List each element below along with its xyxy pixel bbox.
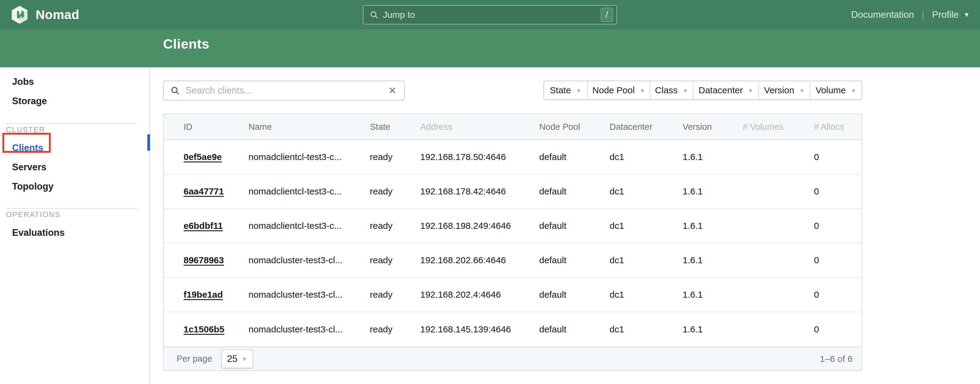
client-datacenter: dc1 <box>609 324 682 335</box>
client-id-link[interactable]: 1c1506b5 <box>164 324 248 335</box>
documentation-link[interactable]: Documentation <box>851 10 914 20</box>
filter-group: State ▼ Node Pool ▼ Class ▼ Datacenter ▼… <box>543 81 862 100</box>
client-node-pool: default <box>539 152 609 162</box>
client-name: nomadclientcl-test3-c... <box>248 186 370 196</box>
client-state: ready <box>370 255 420 265</box>
filter-state[interactable]: State ▼ <box>544 81 587 99</box>
client-state: ready <box>370 221 420 231</box>
chevron-down-icon: ▼ <box>576 88 581 94</box>
client-allocs: 0 <box>814 290 862 300</box>
client-version: 1.6.1 <box>682 255 743 265</box>
sidebar-item-servers[interactable]: Servers <box>0 158 150 177</box>
chevron-down-icon: ▼ <box>640 88 645 94</box>
client-datacenter: dc1 <box>609 255 682 265</box>
nav-separator: | <box>922 10 924 20</box>
table-row[interactable]: f19be1ad nomadcluster-test3-cl... ready … <box>164 278 862 312</box>
client-address: 192.168.178.42:4646 <box>420 186 539 196</box>
client-state: ready <box>370 290 420 300</box>
client-name: nomadcluster-test3-cl... <box>248 290 370 300</box>
column-header-state[interactable]: State <box>370 122 420 132</box>
table-row[interactable]: 1c1506b5 nomadcluster-test3-cl... ready … <box>164 312 862 347</box>
client-datacenter: dc1 <box>609 290 682 300</box>
sidebar-item-topology[interactable]: Topology <box>0 177 150 196</box>
table-row[interactable]: 6aa47771 nomadclientcl-test3-c... ready … <box>164 174 862 209</box>
profile-menu[interactable]: Profile ▼ <box>932 10 970 20</box>
client-id-link[interactable]: 0ef5ae9e <box>164 152 248 162</box>
column-header-address: Address <box>420 122 539 132</box>
top-nav-links: Documentation | Profile ▼ <box>851 10 970 20</box>
column-header-datacenter[interactable]: Datacenter <box>609 122 682 132</box>
client-id-link[interactable]: 6aa47771 <box>164 186 248 196</box>
sidebar-heading-operations: OPERATIONS <box>0 209 150 221</box>
per-page-select[interactable]: 25 ▼ <box>221 350 253 368</box>
nomad-logo-icon <box>10 5 29 24</box>
filter-node-pool[interactable]: Node Pool ▼ <box>587 81 650 99</box>
table-row[interactable]: 89678963 nomadcluster-test3-cl... ready … <box>164 243 862 278</box>
client-id-link[interactable]: f19be1ad <box>164 290 248 300</box>
client-state: ready <box>370 186 420 196</box>
sidebar-item-clients[interactable]: Clients <box>0 138 150 158</box>
client-address: 192.168.202.66:4646 <box>420 255 539 265</box>
clients-search[interactable]: Search clients... ✕ <box>163 81 405 100</box>
client-allocs: 0 <box>814 221 862 231</box>
column-header-node-pool[interactable]: Node Pool <box>539 122 609 132</box>
brand-name: Nomad <box>36 8 80 22</box>
client-version: 1.6.1 <box>682 152 743 162</box>
client-node-pool: default <box>539 290 609 300</box>
client-version: 1.6.1 <box>682 221 743 231</box>
filter-datacenter[interactable]: Datacenter ▼ <box>693 81 759 99</box>
sidebar: Jobs Storage CLUSTER Clients Servers Top… <box>0 67 150 384</box>
chevron-down-icon: ▼ <box>748 88 753 94</box>
sidebar-item-storage[interactable]: Storage <box>0 91 150 111</box>
client-version: 1.6.1 <box>682 290 743 300</box>
table-header-row: ID Name State Address Node Pool Datacent… <box>164 114 862 140</box>
client-id-link[interactable]: 89678963 <box>164 255 248 265</box>
filter-volume[interactable]: Volume ▼ <box>810 81 862 99</box>
sidebar-item-jobs[interactable]: Jobs <box>0 72 150 91</box>
table-body: 0ef5ae9e nomadclientcl-test3-c... ready … <box>164 140 862 347</box>
client-state: ready <box>370 324 420 335</box>
nomad-brand[interactable]: Nomad <box>10 5 80 24</box>
column-header-id[interactable]: ID <box>164 122 248 132</box>
client-datacenter: dc1 <box>609 186 682 196</box>
client-allocs: 0 <box>814 324 862 335</box>
profile-label: Profile <box>932 10 959 20</box>
client-name: nomadclientcl-test3-c... <box>248 152 370 162</box>
client-address: 192.168.178.50:4646 <box>420 152 539 162</box>
table-row[interactable]: e6bdbf11 nomadclientcl-test3-c... ready … <box>164 209 862 243</box>
client-id-link[interactable]: e6bdbf11 <box>164 221 248 231</box>
chevron-down-icon: ▼ <box>242 356 248 363</box>
top-nav: Nomad Jump to / Documentation | Profile … <box>0 0 980 29</box>
column-header-volumes: # Volumes <box>743 122 814 132</box>
jump-to-search[interactable]: Jump to / <box>363 5 617 24</box>
column-header-version[interactable]: Version <box>682 122 743 132</box>
page-title: Clients <box>163 36 210 61</box>
page-header: Clients <box>0 29 980 67</box>
search-icon <box>369 10 379 19</box>
pagination-range: 1–6 of 6 <box>820 354 853 364</box>
column-header-name[interactable]: Name <box>248 122 370 132</box>
clear-icon[interactable]: ✕ <box>387 85 398 96</box>
client-name: nomadclientcl-test3-c... <box>248 221 370 231</box>
client-version: 1.6.1 <box>682 324 743 335</box>
client-address: 192.168.145.139:4646 <box>420 324 539 335</box>
main-content: Search clients... ✕ State ▼ Node Pool ▼ … <box>150 67 980 384</box>
client-state: ready <box>370 152 420 162</box>
table-footer: Per page 25 ▼ 1–6 of 6 <box>164 347 862 370</box>
filter-version[interactable]: Version ▼ <box>759 81 810 99</box>
active-nav-indicator <box>147 134 150 151</box>
client-version: 1.6.1 <box>682 186 743 196</box>
table-row[interactable]: 0ef5ae9e nomadclientcl-test3-c... ready … <box>164 140 862 174</box>
client-datacenter: dc1 <box>609 152 682 162</box>
search-icon <box>170 86 180 96</box>
client-node-pool: default <box>539 324 609 335</box>
column-header-allocs: # Allocs <box>814 122 862 132</box>
client-node-pool: default <box>539 186 609 196</box>
client-address: 192.168.202.4:4646 <box>420 290 539 300</box>
client-allocs: 0 <box>814 152 862 162</box>
chevron-down-icon: ▼ <box>851 88 856 94</box>
sidebar-item-evaluations[interactable]: Evaluations <box>0 223 150 242</box>
filter-class[interactable]: Class ▼ <box>650 81 693 99</box>
client-allocs: 0 <box>814 186 862 196</box>
toolbar: Search clients... ✕ State ▼ Node Pool ▼ … <box>163 81 862 100</box>
